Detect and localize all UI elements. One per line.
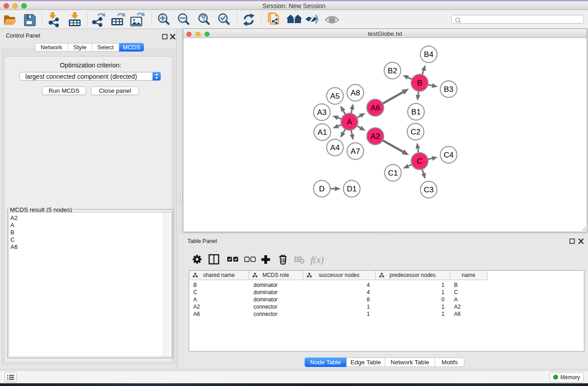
svg-text:C: C (417, 157, 422, 166)
svg-text:A: A (347, 118, 352, 126)
svg-text:C2: C2 (411, 128, 421, 136)
svg-text:B2: B2 (388, 67, 397, 75)
svg-text:B4: B4 (424, 50, 434, 59)
svg-text:B3: B3 (444, 85, 454, 94)
svg-text:D1: D1 (347, 185, 357, 193)
svg-text:A3: A3 (317, 108, 327, 117)
svg-text:A1: A1 (318, 128, 327, 137)
svg-text:C4: C4 (444, 151, 454, 159)
svg-text:A6: A6 (371, 104, 380, 112)
svg-text:A2: A2 (371, 132, 380, 141)
svg-text:C3: C3 (424, 186, 434, 194)
svg-text:A7: A7 (351, 147, 360, 156)
svg-text:C1: C1 (388, 169, 398, 177)
svg-text:B: B (417, 79, 422, 87)
svg-text:B1: B1 (411, 108, 421, 116)
svg-text:A4: A4 (330, 143, 340, 152)
svg-text:A5: A5 (330, 92, 340, 100)
svg-text:A8: A8 (351, 89, 360, 97)
svg-text:D: D (319, 185, 325, 193)
svg-text:f(x): f(x) (311, 254, 324, 265)
